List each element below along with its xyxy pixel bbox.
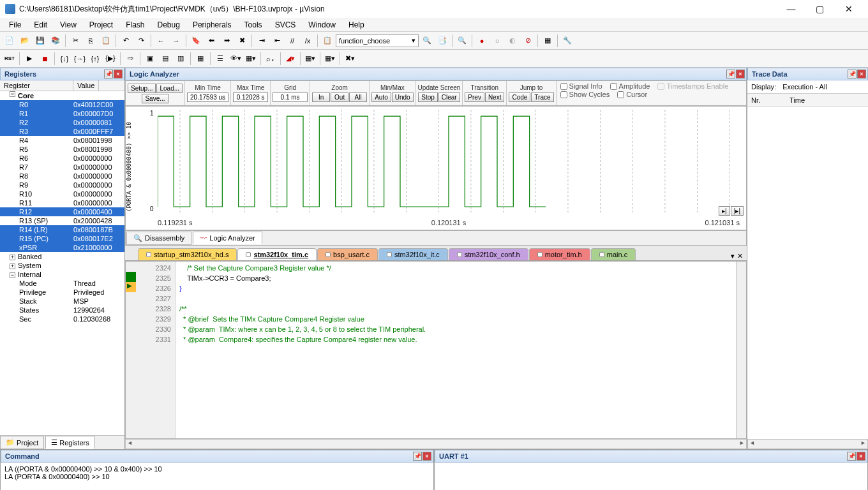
window-icon[interactable]: ▦ <box>541 34 555 48</box>
paste-icon[interactable]: 📋 <box>99 34 113 48</box>
menu-tools[interactable]: Tools <box>238 19 269 31</box>
maximize-button[interactable]: ▢ <box>805 0 834 18</box>
menu-peripherals[interactable]: Peripherals <box>186 19 238 31</box>
menu-project[interactable]: Project <box>83 19 119 31</box>
step-in-icon[interactable]: {↓} <box>57 52 71 66</box>
editor-hscrollbar[interactable] <box>125 439 747 449</box>
menu-view[interactable]: View <box>54 19 83 31</box>
breakpoint-gray-icon[interactable]: ○ <box>490 34 504 48</box>
tab-project[interactable]: 📁Project <box>0 436 44 449</box>
undo-button[interactable]: Undo <box>392 93 414 102</box>
jump-trace-button[interactable]: Trace <box>531 93 553 102</box>
zoom-all-button[interactable]: All <box>349 93 367 102</box>
menu-window[interactable]: Window <box>302 19 342 31</box>
file-tab[interactable]: stm32f10x_it.c <box>378 248 448 260</box>
reg-row[interactable]: R40x08001998 <box>0 136 124 145</box>
tools-icon[interactable]: ✖▾ <box>343 52 357 66</box>
indent-icon[interactable]: ⇥ <box>255 34 269 48</box>
find-in-files-icon[interactable]: 📑 <box>435 34 449 48</box>
save-all-icon[interactable]: 📚 <box>49 34 63 48</box>
uncomment-icon[interactable]: /x <box>301 34 315 48</box>
callstack-icon[interactable]: ☰ <box>213 52 227 66</box>
reg-row[interactable]: States12990264 <box>0 306 124 315</box>
bookmark-icon[interactable]: 🔖 <box>189 34 203 48</box>
file-tab[interactable]: bsp_usart.c <box>317 248 378 260</box>
zoom-out-button[interactable]: Out <box>331 93 348 102</box>
next-button[interactable]: Next <box>485 93 505 102</box>
show-cycles-check[interactable]: Show Cycles <box>560 91 610 98</box>
trace-icon[interactable]: ▦▾ <box>303 52 317 66</box>
bookmark-next-icon[interactable]: ➡ <box>220 34 234 48</box>
trace-hscrollbar[interactable] <box>747 439 868 449</box>
memory-icon[interactable]: ▦▾ <box>244 52 258 66</box>
scroll-end-icon[interactable]: ▸| <box>719 206 730 216</box>
reg-row[interactable]: R70x00000000 <box>0 163 124 172</box>
reg-row[interactable]: R120x00000400 <box>0 207 124 216</box>
minimize-button[interactable]: — <box>777 0 805 18</box>
menu-svcs[interactable]: SVCS <box>269 19 303 31</box>
reg-row[interactable]: R14 (LR)0x0800187B <box>0 225 124 234</box>
editor-vscrollbar[interactable] <box>736 262 746 438</box>
watch-icon[interactable]: 👁▾ <box>228 52 243 66</box>
menu-flash[interactable]: Flash <box>119 19 151 31</box>
cursor-check[interactable]: Cursor <box>617 91 647 98</box>
registers-window-icon[interactable]: ▦ <box>193 52 207 66</box>
tab-registers[interactable]: ☰Registers <box>45 436 94 449</box>
reg-row[interactable]: R50x08001998 <box>0 145 124 154</box>
pin-icon[interactable]: 📌 <box>847 452 856 461</box>
stop-icon[interactable]: ⏹ <box>38 52 52 66</box>
trace-body[interactable] <box>747 107 868 439</box>
reg-group[interactable]: +Banked <box>0 252 124 261</box>
cmd-window-icon[interactable]: ▣ <box>143 52 157 66</box>
panel-close-icon[interactable]: × <box>114 70 123 78</box>
logic-analyzer-canvas[interactable]: (PORTA & 0x00000400) >> 10 1 0 0.119231 … <box>125 106 747 230</box>
reg-row[interactable]: R100x00000000 <box>0 189 124 198</box>
breakpoint-kill-icon[interactable]: ⊘ <box>521 34 535 48</box>
breakpoint-off-icon[interactable]: ◐ <box>505 34 520 48</box>
la-save-button[interactable]: Save... <box>142 94 168 103</box>
func-icon[interactable]: 📋 <box>320 34 334 48</box>
panel-close-icon[interactable]: × <box>857 452 865 461</box>
panel-close-icon[interactable]: × <box>857 70 866 78</box>
code-editor[interactable]: ▶ 23242325232623272328232923302331 /* Se… <box>125 261 747 439</box>
scroll-page-end-icon[interactable]: |▸| <box>731 206 744 216</box>
file-tab[interactable]: main.c <box>591 248 636 260</box>
serial-icon[interactable]: ⌕▾ <box>264 52 278 66</box>
comment-icon[interactable]: // <box>285 34 299 48</box>
reset-icon[interactable]: RST <box>3 52 17 66</box>
clear-button[interactable]: Clear <box>438 93 460 102</box>
uart-output[interactable] <box>435 463 867 490</box>
step-over-icon[interactable]: {→} <box>73 52 87 66</box>
la-load-button[interactable]: Load... <box>156 84 183 93</box>
tab-disassembly[interactable]: 🔍Disassembly <box>126 232 191 245</box>
stop-button[interactable]: Stop <box>418 93 438 102</box>
nav-fwd-icon[interactable]: → <box>169 34 183 48</box>
reg-row[interactable]: R110x00000000 <box>0 198 124 207</box>
symbols-icon[interactable]: ▥ <box>174 52 188 66</box>
bookmark-prev-icon[interactable]: ⬅ <box>204 34 218 48</box>
jump-code-button[interactable]: Code <box>509 93 530 102</box>
pin-icon[interactable]: 📌 <box>726 70 735 78</box>
reg-row[interactable]: R30x0000FFF7 <box>0 127 124 136</box>
config-icon[interactable]: 🔧 <box>560 34 574 48</box>
menu-help[interactable]: Help <box>342 19 371 31</box>
trace-display-combo[interactable]: Execution - All <box>782 83 827 91</box>
reg-row[interactable]: R60x00000000 <box>0 154 124 163</box>
signal-info-check[interactable]: Signal Info <box>560 82 602 90</box>
la-setup-button[interactable]: Setup... <box>128 84 156 93</box>
file-tab[interactable]: stm32f10x_conf.h <box>449 248 528 260</box>
command-output[interactable]: LA ((PORTA & 0x00000400) >> 10 & 0x400) … <box>1 463 433 490</box>
redo-icon[interactable]: ↷ <box>134 34 148 48</box>
amplitude-check[interactable]: Amplitude <box>610 82 650 90</box>
reg-row[interactable]: PrivilegePrivileged <box>0 288 124 297</box>
run-to-cursor-icon[interactable]: {▶} <box>103 52 117 66</box>
reg-row[interactable]: Sec0.12030268 <box>0 315 124 323</box>
undo-icon[interactable]: ↶ <box>119 34 133 48</box>
tab-logic-analyzer[interactable]: 〰Logic Analyzer <box>193 232 262 244</box>
registers-tree[interactable]: −CoreR00x40012C00R10x000007D0R20x0000008… <box>0 91 124 435</box>
analysis-icon[interactable]: ◢▾ <box>283 52 297 66</box>
reg-row[interactable]: R80x00000000 <box>0 172 124 181</box>
disasm-icon[interactable]: ▤ <box>158 52 172 66</box>
nav-back-icon[interactable]: ← <box>154 34 168 48</box>
show-next-icon[interactable]: ⇨ <box>123 52 137 66</box>
